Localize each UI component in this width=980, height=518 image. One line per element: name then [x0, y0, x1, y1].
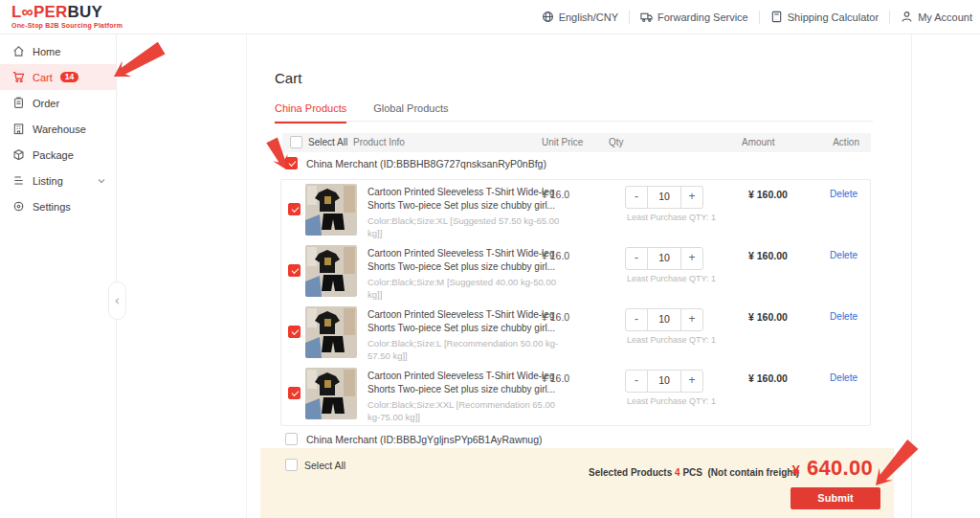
sidebar-cart-label: Cart: [33, 72, 53, 83]
sidebar-warehouse-label: Warehouse: [33, 124, 86, 135]
product-image[interactable]: [305, 368, 357, 419]
brand-logo-secondary: BUY: [67, 3, 102, 21]
package-icon: [12, 148, 25, 161]
merchant1-items-box: Cartoon Printed Sleeveless T-Shirt Wide-…: [280, 179, 871, 426]
submit-button[interactable]: Submit: [791, 487, 880, 509]
qty-increase-button[interactable]: +: [681, 309, 702, 330]
my-account-label: My Account: [918, 11, 972, 23]
footer-select-all-checkbox[interactable]: [285, 459, 298, 471]
qty-value[interactable]: 10: [647, 248, 681, 269]
delete-link[interactable]: Delete: [830, 311, 858, 322]
listing-icon: [12, 174, 25, 187]
page-title: Cart: [275, 70, 301, 86]
least-purchase-note: Least Purchase QTY: 1: [627, 335, 732, 345]
product-info: Cartoon Printed Sleeveless T-Shirt Wide-…: [368, 247, 564, 302]
least-purchase-note: Least Purchase QTY: 1: [627, 274, 732, 283]
qty-decrease-button[interactable]: -: [626, 371, 647, 392]
top-nav: English/CNY Forwarding Service Shipping …: [531, 0, 980, 34]
qty-value[interactable]: 10: [647, 187, 681, 208]
col-unit-price: Unit Price: [542, 133, 583, 152]
product-info: Cartoon Printed Sleeveless T-Shirt Wide-…: [368, 186, 564, 240]
delete-link[interactable]: Delete: [830, 189, 858, 199]
calculator-icon: [770, 11, 783, 23]
forwarding-icon: [640, 11, 653, 23]
sidebar-item-settings[interactable]: Settings: [0, 193, 116, 219]
footer-select-all-label: Select All: [304, 460, 345, 471]
cart-summary-bar: Select All Selected Products 4 PCS (Not …: [260, 448, 894, 518]
qty-stepper: - 10 +: [625, 308, 703, 331]
sidebar-item-home[interactable]: Home: [0, 38, 116, 64]
item-checkbox[interactable]: [288, 203, 301, 215]
shipping-calculator-menu[interactable]: Shipping Calculator: [759, 11, 889, 24]
qty-value[interactable]: 10: [647, 371, 681, 392]
select-all-checkbox[interactable]: [290, 136, 302, 148]
product-variant: Color:Black;Size:XL [Suggested 57.50 kg-…: [368, 214, 564, 240]
cart-item-row: Cartoon Printed Sleeveless T-Shirt Wide-…: [281, 364, 870, 425]
qty-decrease-button[interactable]: -: [626, 309, 647, 330]
qty-increase-button[interactable]: +: [681, 187, 702, 208]
warehouse-icon: [12, 123, 25, 135]
qty-stepper: - 10 +: [625, 186, 703, 209]
merchant-row-2: China Merchant (ID:BBBJgYgljnsPYp6B1AyRa…: [285, 433, 542, 445]
user-icon: [901, 11, 913, 23]
brand-logo-primary: L∞PER: [11, 3, 67, 21]
qty-value[interactable]: 10: [647, 309, 681, 330]
sidebar-item-package[interactable]: Package: [0, 142, 116, 168]
sidebar-item-warehouse[interactable]: Warehouse: [0, 116, 116, 142]
brand-tagline: One-Stop B2B Sourcing Platform: [11, 22, 122, 29]
item-checkbox[interactable]: [288, 326, 301, 338]
language-currency-label: English/CNY: [559, 11, 618, 23]
sidebar: Home Cart 14 Order Warehouse Package: [0, 34, 117, 518]
product-info: Cartoon Printed Sleeveless T-Shirt Wide-…: [368, 308, 564, 363]
qty-increase-button[interactable]: +: [681, 371, 702, 392]
top-header: L∞PERBUY One-Stop B2B Sourcing Platform …: [0, 0, 980, 34]
qty-decrease-button[interactable]: -: [626, 187, 647, 208]
col-product-info: Product Info: [353, 133, 405, 152]
item-checkbox[interactable]: [288, 387, 301, 399]
sidebar-order-label: Order: [33, 98, 59, 109]
merchant1-checkbox[interactable]: [285, 157, 298, 169]
product-image[interactable]: [305, 306, 357, 358]
forwarding-service-menu[interactable]: Forwarding Service: [629, 11, 759, 24]
sidebar-item-listing[interactable]: Listing: [0, 168, 116, 193]
amount: ¥ 160.00: [748, 372, 788, 384]
merchant2-checkbox[interactable]: [285, 433, 298, 445]
qty-decrease-button[interactable]: -: [626, 248, 647, 269]
brand-logo[interactable]: L∞PERBUY One-Stop B2B Sourcing Platform: [11, 4, 122, 29]
item-checkbox[interactable]: [288, 264, 301, 277]
sidebar-collapse-handle[interactable]: [108, 282, 126, 320]
col-action: Action: [833, 133, 859, 152]
unit-price: ¥ 16.0: [542, 189, 569, 200]
qty-stepper: - 10 +: [625, 370, 703, 393]
least-purchase-note: Least Purchase QTY: 1: [627, 213, 732, 222]
cart-count-badge: 14: [60, 72, 78, 83]
sidebar-item-order[interactable]: Order: [0, 90, 116, 116]
qty-increase-button[interactable]: +: [681, 248, 702, 269]
merchant2-label: China Merchant (ID:BBBJgYgljnsPYp6B1AyRa…: [306, 434, 542, 445]
total-value: 640.00: [807, 456, 873, 480]
merchant-row-1: China Merchant (ID:BBBHB8G727qnsksanRyP0…: [285, 157, 546, 169]
product-title[interactable]: Cartoon Printed Sleeveless T-Shirt Wide-…: [368, 308, 564, 335]
tabs-divider: [275, 121, 873, 122]
product-image[interactable]: [305, 245, 357, 297]
product-title[interactable]: Cartoon Printed Sleeveless T-Shirt Wide-…: [368, 186, 564, 213]
delete-link[interactable]: Delete: [830, 250, 858, 260]
content-right-border: [911, 34, 912, 518]
merchant1-label: China Merchant (ID:BBBHB8G727qnsksanRyP0…: [306, 158, 546, 169]
product-title[interactable]: Cartoon Printed Sleeveless T-Shirt Wide-…: [368, 247, 564, 274]
least-purchase-note: Least Purchase QTY: 1: [627, 396, 732, 406]
delete-link[interactable]: Delete: [830, 372, 858, 383]
summary-count: 4: [675, 467, 680, 478]
cart-item-row: Cartoon Printed Sleeveless T-Shirt Wide-…: [281, 180, 870, 241]
sidebar-home-label: Home: [33, 46, 60, 57]
sidebar-package-label: Package: [33, 149, 74, 161]
my-account-menu[interactable]: My Account: [889, 11, 980, 24]
sidebar-settings-label: Settings: [33, 201, 71, 213]
sidebar-listing-label: Listing: [33, 175, 63, 187]
sidebar-item-cart[interactable]: Cart 14: [0, 64, 116, 90]
summary-label: Selected Products: [589, 467, 672, 478]
product-title[interactable]: Cartoon Printed Sleeveless T-Shirt Wide-…: [368, 370, 564, 396]
product-image[interactable]: [305, 184, 357, 236]
language-currency-menu[interactable]: English/CNY: [531, 11, 629, 24]
unit-price: ¥ 16.0: [542, 311, 569, 323]
